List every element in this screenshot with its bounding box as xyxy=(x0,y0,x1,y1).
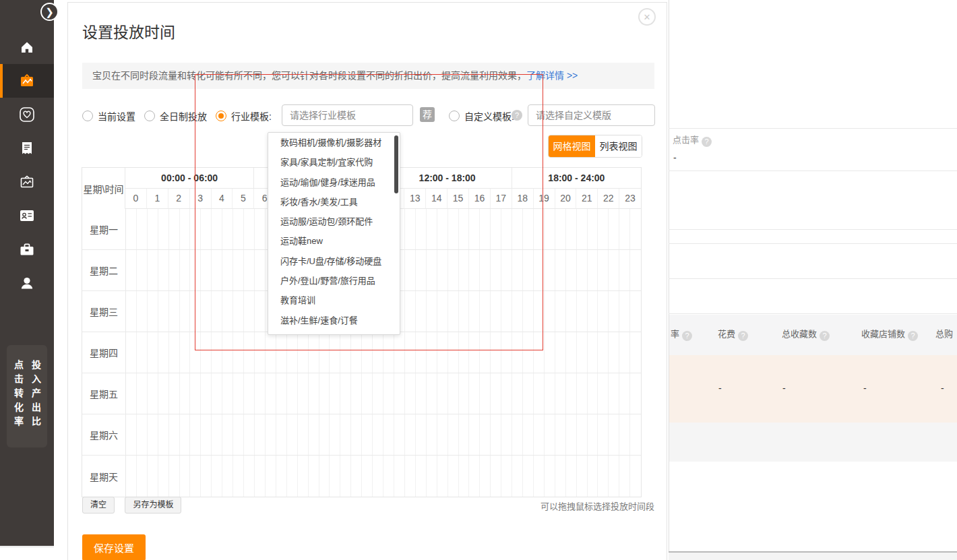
time-cell[interactable] xyxy=(469,291,480,332)
time-cell[interactable] xyxy=(233,291,244,332)
time-cell[interactable] xyxy=(287,332,298,373)
time-cell[interactable] xyxy=(233,456,244,497)
time-cell[interactable] xyxy=(158,332,169,373)
time-cell[interactable] xyxy=(598,291,609,332)
time-cell[interactable] xyxy=(169,332,180,373)
time-cell[interactable] xyxy=(126,373,137,414)
time-cell[interactable] xyxy=(298,414,309,455)
time-cell[interactable] xyxy=(266,332,276,373)
time-cell[interactable] xyxy=(244,456,255,497)
time-cell[interactable] xyxy=(137,209,148,249)
time-cell[interactable] xyxy=(448,332,459,373)
time-cell[interactable] xyxy=(469,250,480,290)
time-cell[interactable] xyxy=(523,291,534,332)
time-cell[interactable] xyxy=(212,414,222,455)
time-cell[interactable] xyxy=(427,456,437,497)
time-cell[interactable] xyxy=(437,456,448,497)
time-cell[interactable] xyxy=(212,456,222,497)
time-cell[interactable] xyxy=(448,209,459,249)
time-cell[interactable] xyxy=(427,209,437,249)
time-cell[interactable] xyxy=(588,209,598,249)
time-cell[interactable] xyxy=(555,414,566,455)
time-cell[interactable] xyxy=(523,209,534,249)
time-cell[interactable] xyxy=(148,373,158,414)
time-cell[interactable] xyxy=(276,456,287,497)
time-cell[interactable] xyxy=(416,332,427,373)
dropdown-item[interactable]: 家具/家具定制/宜家代购 xyxy=(268,152,400,172)
time-cell[interactable] xyxy=(244,332,255,373)
sidebar-item-home[interactable] xyxy=(0,30,54,64)
time-cell[interactable] xyxy=(555,456,566,497)
time-cell[interactable] xyxy=(383,414,394,455)
time-cell[interactable] xyxy=(491,250,501,290)
time-cell[interactable] xyxy=(169,414,180,455)
time-cell[interactable] xyxy=(619,332,630,373)
time-cell[interactable] xyxy=(427,414,437,455)
time-cell[interactable] xyxy=(577,291,588,332)
time-cell[interactable] xyxy=(588,250,598,290)
time-cell[interactable] xyxy=(137,250,148,290)
time-cell[interactable] xyxy=(158,414,169,455)
time-cell[interactable] xyxy=(309,456,319,497)
time-cell[interactable] xyxy=(416,373,427,414)
time-cell[interactable] xyxy=(276,373,287,414)
time-cell[interactable] xyxy=(491,209,501,249)
time-cell[interactable] xyxy=(555,291,566,332)
dropdown-item[interactable]: 滋补/生鲜/速食/订餐 xyxy=(268,311,400,330)
time-cell[interactable] xyxy=(180,250,191,290)
time-cell[interactable] xyxy=(555,209,566,249)
time-cell[interactable] xyxy=(148,250,158,290)
time-cell[interactable] xyxy=(190,456,201,497)
time-cell[interactable] xyxy=(609,414,619,455)
time-cell[interactable] xyxy=(190,250,201,290)
time-cell[interactable] xyxy=(555,332,566,373)
industry-template-input[interactable] xyxy=(282,104,413,126)
time-cell[interactable] xyxy=(233,332,244,373)
time-cell[interactable] xyxy=(266,414,276,455)
time-cell[interactable] xyxy=(577,209,588,249)
time-cell[interactable] xyxy=(373,414,383,455)
time-cell[interactable] xyxy=(577,373,588,414)
time-cell[interactable] xyxy=(309,373,319,414)
time-cell[interactable] xyxy=(233,209,244,249)
time-cell[interactable] xyxy=(491,456,501,497)
time-cell[interactable] xyxy=(148,414,158,455)
help-icon[interactable]: ? xyxy=(512,110,522,121)
time-cell[interactable] xyxy=(319,373,330,414)
time-cell[interactable] xyxy=(491,373,501,414)
time-cell[interactable] xyxy=(598,332,609,373)
time-cell[interactable] xyxy=(437,414,448,455)
time-cell[interactable] xyxy=(158,456,169,497)
time-cell[interactable] xyxy=(405,209,416,249)
time-cell[interactable] xyxy=(619,250,630,290)
time-cell[interactable] xyxy=(298,332,309,373)
time-cell[interactable] xyxy=(126,414,137,455)
time-cell[interactable] xyxy=(255,250,266,290)
help-icon[interactable]: ? xyxy=(682,331,692,341)
time-cell[interactable] xyxy=(222,332,233,373)
time-cell[interactable] xyxy=(169,250,180,290)
time-cell[interactable] xyxy=(523,332,534,373)
time-cell[interactable] xyxy=(427,373,437,414)
time-cell[interactable] xyxy=(630,209,641,249)
time-cell[interactable] xyxy=(201,373,212,414)
time-cell[interactable] xyxy=(169,209,180,249)
close-icon[interactable]: ✕ xyxy=(638,8,656,26)
time-cell[interactable] xyxy=(448,291,459,332)
radio-icon[interactable] xyxy=(449,111,460,121)
time-cell[interactable] xyxy=(555,250,566,290)
grid-view-button[interactable]: 网格视图 xyxy=(549,135,595,157)
time-cell[interactable] xyxy=(630,414,641,455)
radio-industry-template[interactable]: 行业模板: xyxy=(216,104,272,127)
time-cell[interactable] xyxy=(598,373,609,414)
time-cell[interactable] xyxy=(330,332,340,373)
time-cell[interactable] xyxy=(416,250,427,290)
time-cell[interactable] xyxy=(469,414,480,455)
time-cell[interactable] xyxy=(383,373,394,414)
time-cell[interactable] xyxy=(222,291,233,332)
time-cell[interactable] xyxy=(609,250,619,290)
time-cell[interactable] xyxy=(480,414,491,455)
radio-icon[interactable] xyxy=(82,111,93,121)
time-cell[interactable] xyxy=(619,209,630,249)
time-cell[interactable] xyxy=(340,373,351,414)
